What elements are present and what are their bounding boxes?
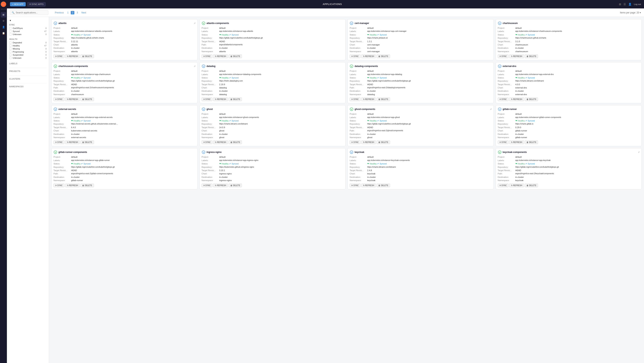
refresh-button[interactable]: ↻ REFRESH	[65, 98, 80, 101]
refresh-button[interactable]: ↻ REFRESH	[361, 140, 376, 144]
external-link-icon[interactable]: ↗	[194, 65, 196, 68]
nav-apps-icon[interactable]: ⊞	[1, 12, 6, 18]
delete-button[interactable]: 🗑 DELETE	[376, 55, 390, 58]
delete-button[interactable]: 🗑 DELETE	[80, 98, 94, 101]
sync-button[interactable]: ⟳ SYNC	[350, 140, 360, 144]
sync-button[interactable]: ⟳ SYNC	[54, 140, 64, 144]
namespaces-title[interactable]: NAMESPACES	[9, 85, 46, 89]
app-name[interactable]: ingress-nginx	[206, 151, 222, 154]
clusters-title[interactable]: CLUSTERS	[9, 77, 46, 81]
app-name[interactable]: atlantis-components	[206, 22, 229, 25]
app-name[interactable]: gitlab-runner-components	[58, 151, 87, 154]
delete-button[interactable]: 🗑 DELETE	[80, 184, 94, 187]
delete-button[interactable]: 🗑 DELETE	[525, 98, 538, 101]
refresh-button[interactable]: ↻ REFRESH	[509, 140, 524, 144]
refresh-button[interactable]: ↻ REFRESH	[213, 55, 228, 58]
projects-title[interactable]: PROJECTS	[9, 70, 46, 73]
pagination-page-3[interactable]: 3	[76, 11, 79, 15]
delete-button[interactable]: 🗑 DELETE	[376, 98, 390, 101]
sync-button[interactable]: ⟳ SYNC	[202, 184, 212, 187]
user-account-icon[interactable]: 👤	[628, 3, 632, 6]
app-name[interactable]: cert-manager	[354, 22, 369, 25]
app-name[interactable]: datadog-components	[354, 65, 378, 68]
sync-button[interactable]: ⟳ SYNC	[202, 55, 212, 58]
app-name[interactable]: chartmuseum	[503, 22, 518, 25]
refresh-button[interactable]: ↻ REFRESH	[509, 98, 524, 101]
pagination-page-1[interactable]: 1	[66, 11, 70, 15]
refresh-button[interactable]: ↻ REFRESH	[361, 184, 376, 187]
sync-button[interactable]: ⟳ SYNC	[498, 140, 509, 144]
sync-button[interactable]: ⟳ SYNC	[202, 140, 212, 144]
nav-docs-icon[interactable]: 📋	[1, 31, 6, 36]
refresh-button[interactable]: ↻ REFRESH	[213, 98, 228, 101]
search-box[interactable]: 🔍	[10, 10, 48, 15]
refresh-button[interactable]: ↻ REFRESH	[361, 55, 376, 58]
delete-button[interactable]: 🗑 DELETE	[525, 184, 538, 187]
sync-apps-button[interactable]: ⟳ SYNC APPS	[27, 2, 46, 7]
filter-checkbox-progressing[interactable]	[9, 51, 12, 53]
external-link-icon[interactable]: ↗	[194, 22, 196, 25]
sync-button[interactable]: ⟳ SYNC	[54, 55, 64, 58]
external-link-icon[interactable]: ↗	[490, 108, 492, 111]
refresh-button[interactable]: ↻ REFRESH	[65, 140, 80, 144]
refresh-button[interactable]: ↻ REFRESH	[65, 184, 80, 187]
delete-button[interactable]: 🗑 DELETE	[229, 184, 242, 187]
refresh-button[interactable]: ↻ REFRESH	[361, 98, 376, 101]
nav-user-icon[interactable]: 👤	[1, 24, 6, 30]
sync-button[interactable]: ⟳ SYNC	[54, 98, 64, 101]
filter-checkbox-synced[interactable]	[9, 30, 12, 33]
pagination-next[interactable]: Next	[80, 11, 88, 15]
filter-checkbox-healthy[interactable]	[9, 45, 12, 47]
delete-button[interactable]: 🗑 DELETE	[376, 184, 390, 187]
list-view-icon[interactable]: ☰	[624, 3, 626, 6]
delete-button[interactable]: 🗑 DELETE	[229, 140, 242, 144]
refresh-button[interactable]: ↻ REFRESH	[213, 140, 228, 144]
app-name[interactable]: ghost	[206, 108, 213, 111]
delete-button[interactable]: 🗑 DELETE	[525, 140, 538, 144]
filter-checkbox-outofSync[interactable]	[9, 27, 12, 29]
app-field-path: Path: argocd/atlantis/components	[202, 43, 344, 46]
delete-button[interactable]: 🗑 DELETE	[80, 55, 94, 58]
sync-button[interactable]: ⟳ SYNC	[54, 184, 64, 187]
sync-button[interactable]: ⟳ SYNC	[498, 184, 509, 187]
filter-checkbox-unknown-health[interactable]	[9, 57, 12, 59]
app-name[interactable]: ghost-components	[354, 108, 375, 111]
filter-checkbox-suspended[interactable]	[9, 54, 12, 56]
delete-button[interactable]: 🗑 DELETE	[229, 98, 242, 101]
items-per-page[interactable]: Items per page: 20 ▾	[620, 11, 641, 14]
sync-button[interactable]: ⟳ SYNC	[350, 98, 360, 101]
nav-settings-icon[interactable]: ⚙	[1, 18, 6, 24]
labels-title[interactable]: LABELS	[9, 62, 46, 66]
grid-view-icon[interactable]: ⊞	[619, 3, 621, 6]
delete-button[interactable]: 🗑 DELETE	[80, 140, 94, 144]
search-input[interactable]	[16, 11, 46, 14]
pagination-page-2-current[interactable]: 2	[71, 11, 74, 15]
delete-button[interactable]: 🗑 DELETE	[229, 55, 242, 58]
filter-checkbox-degraded[interactable]	[9, 42, 12, 44]
app-name[interactable]: keycloak-components	[503, 151, 527, 154]
app-name[interactable]: datadog	[206, 65, 216, 68]
external-link-icon[interactable]: ↗	[638, 151, 640, 154]
sync-button[interactable]: ⟳ SYNC	[350, 55, 360, 58]
new-app-button[interactable]: + NEW APP	[10, 2, 26, 6]
app-name[interactable]: external-secrets	[58, 108, 76, 111]
pagination-prev[interactable]: Previous	[54, 11, 65, 15]
app-name[interactable]: gitlab-runner	[503, 108, 517, 111]
refresh-button[interactable]: ↻ REFRESH	[509, 55, 524, 58]
filter-checkbox-unknown-sync[interactable]	[9, 33, 12, 36]
sync-button[interactable]: ⟳ SYNC	[350, 184, 360, 187]
app-name[interactable]: keycloak	[354, 151, 364, 154]
sync-button[interactable]: ⟳ SYNC	[202, 98, 212, 101]
delete-button[interactable]: 🗑 DELETE	[376, 140, 390, 144]
refresh-button[interactable]: ↻ REFRESH	[213, 184, 228, 187]
delete-button[interactable]: 🗑 DELETE	[525, 55, 538, 58]
refresh-button[interactable]: ↻ REFRESH	[509, 184, 524, 187]
sync-button[interactable]: ⟳ SYNC	[498, 55, 509, 58]
refresh-button[interactable]: ↻ REFRESH	[65, 55, 80, 58]
filter-checkbox-missing[interactable]	[9, 48, 12, 50]
app-name[interactable]: chartmuseum-components	[58, 65, 88, 68]
logout-link[interactable]: Log out	[634, 3, 641, 5]
sync-button[interactable]: ⟳ SYNC	[498, 98, 509, 101]
app-name[interactable]: external-dns	[503, 65, 516, 68]
app-name[interactable]: atlantis	[58, 22, 66, 25]
